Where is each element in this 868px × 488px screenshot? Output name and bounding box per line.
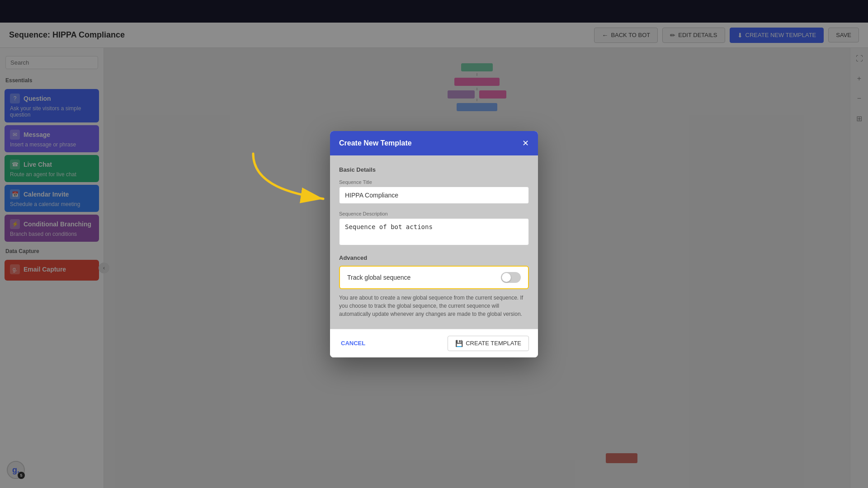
basic-details-title: Basic Details <box>339 166 529 173</box>
track-global-label: Track global sequence <box>347 274 410 281</box>
create-template-button[interactable]: 💾 CREATE TEMPLATE <box>448 336 529 351</box>
modal-footer: CANCEL 💾 CREATE TEMPLATE <box>330 329 538 357</box>
modal: Create New Template ✕ Basic Details Sequ… <box>330 131 538 357</box>
modal-header: Create New Template ✕ <box>330 131 538 155</box>
advanced-label: Advanced <box>339 254 529 261</box>
sequence-desc-label: Sequence Description <box>339 211 529 216</box>
arrow-annotation <box>240 149 344 230</box>
save-icon: 💾 <box>455 340 463 347</box>
sequence-desc-input[interactable]: Sequence of bot actions <box>339 218 529 245</box>
toggle-knob <box>502 273 511 282</box>
advanced-description: You are about to create a new global seq… <box>339 294 529 318</box>
sequence-title-input[interactable] <box>339 187 529 204</box>
modal-body: Basic Details Sequence Title Sequence De… <box>330 155 538 329</box>
modal-close-button[interactable]: ✕ <box>522 139 529 147</box>
modal-overlay: Create New Template ✕ Basic Details Sequ… <box>0 0 868 488</box>
track-global-toggle[interactable] <box>501 272 521 283</box>
cancel-button[interactable]: CANCEL <box>339 336 367 350</box>
modal-title: Create New Template <box>339 139 412 147</box>
advanced-section: Advanced Track global sequence You are a… <box>339 254 529 318</box>
track-global-container: Track global sequence <box>339 266 529 289</box>
sequence-title-label: Sequence Title <box>339 179 529 185</box>
sequence-title-group: Sequence Title <box>339 179 529 204</box>
sequence-desc-group: Sequence Description Sequence of bot act… <box>339 211 529 247</box>
